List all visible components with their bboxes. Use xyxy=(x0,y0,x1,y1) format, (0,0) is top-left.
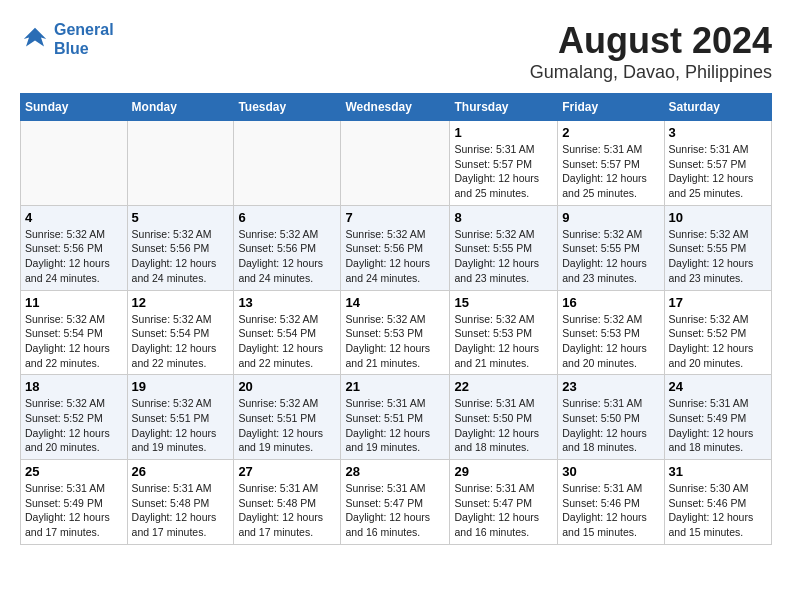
day-number: 15 xyxy=(454,295,553,310)
calendar-cell: 11Sunrise: 5:32 AM Sunset: 5:54 PM Dayli… xyxy=(21,290,128,375)
day-number: 13 xyxy=(238,295,336,310)
day-info: Sunrise: 5:32 AM Sunset: 5:51 PM Dayligh… xyxy=(132,396,230,455)
calendar-cell: 17Sunrise: 5:32 AM Sunset: 5:52 PM Dayli… xyxy=(664,290,771,375)
calendar-cell xyxy=(234,121,341,206)
day-info: Sunrise: 5:31 AM Sunset: 5:47 PM Dayligh… xyxy=(454,481,553,540)
title-area: August 2024 Gumalang, Davao, Philippines xyxy=(530,20,772,83)
calendar-cell: 18Sunrise: 5:32 AM Sunset: 5:52 PM Dayli… xyxy=(21,375,128,460)
page-title: August 2024 xyxy=(530,20,772,62)
svg-marker-0 xyxy=(24,28,47,47)
header-tuesday: Tuesday xyxy=(234,94,341,121)
calendar-cell: 23Sunrise: 5:31 AM Sunset: 5:50 PM Dayli… xyxy=(558,375,664,460)
calendar-cell: 14Sunrise: 5:32 AM Sunset: 5:53 PM Dayli… xyxy=(341,290,450,375)
day-info: Sunrise: 5:31 AM Sunset: 5:48 PM Dayligh… xyxy=(132,481,230,540)
calendar-cell: 16Sunrise: 5:32 AM Sunset: 5:53 PM Dayli… xyxy=(558,290,664,375)
calendar-cell: 25Sunrise: 5:31 AM Sunset: 5:49 PM Dayli… xyxy=(21,460,128,545)
day-info: Sunrise: 5:31 AM Sunset: 5:57 PM Dayligh… xyxy=(669,142,767,201)
calendar-cell xyxy=(341,121,450,206)
header-thursday: Thursday xyxy=(450,94,558,121)
calendar-cell: 24Sunrise: 5:31 AM Sunset: 5:49 PM Dayli… xyxy=(664,375,771,460)
header-wednesday: Wednesday xyxy=(341,94,450,121)
day-info: Sunrise: 5:32 AM Sunset: 5:53 PM Dayligh… xyxy=(454,312,553,371)
header-monday: Monday xyxy=(127,94,234,121)
logo-icon xyxy=(20,24,50,54)
day-info: Sunrise: 5:31 AM Sunset: 5:50 PM Dayligh… xyxy=(454,396,553,455)
day-info: Sunrise: 5:32 AM Sunset: 5:53 PM Dayligh… xyxy=(345,312,445,371)
calendar-cell: 9Sunrise: 5:32 AM Sunset: 5:55 PM Daylig… xyxy=(558,205,664,290)
day-number: 24 xyxy=(669,379,767,394)
calendar-cell: 12Sunrise: 5:32 AM Sunset: 5:54 PM Dayli… xyxy=(127,290,234,375)
calendar-cell: 3Sunrise: 5:31 AM Sunset: 5:57 PM Daylig… xyxy=(664,121,771,206)
day-number: 6 xyxy=(238,210,336,225)
day-info: Sunrise: 5:31 AM Sunset: 5:49 PM Dayligh… xyxy=(669,396,767,455)
day-number: 29 xyxy=(454,464,553,479)
calendar-cell: 5Sunrise: 5:32 AM Sunset: 5:56 PM Daylig… xyxy=(127,205,234,290)
calendar-table: SundayMondayTuesdayWednesdayThursdayFrid… xyxy=(20,93,772,545)
day-info: Sunrise: 5:31 AM Sunset: 5:51 PM Dayligh… xyxy=(345,396,445,455)
day-number: 31 xyxy=(669,464,767,479)
day-number: 5 xyxy=(132,210,230,225)
day-number: 22 xyxy=(454,379,553,394)
calendar-cell: 2Sunrise: 5:31 AM Sunset: 5:57 PM Daylig… xyxy=(558,121,664,206)
day-number: 26 xyxy=(132,464,230,479)
day-number: 18 xyxy=(25,379,123,394)
day-info: Sunrise: 5:32 AM Sunset: 5:56 PM Dayligh… xyxy=(132,227,230,286)
calendar-cell: 8Sunrise: 5:32 AM Sunset: 5:55 PM Daylig… xyxy=(450,205,558,290)
day-number: 23 xyxy=(562,379,659,394)
day-number: 14 xyxy=(345,295,445,310)
day-info: Sunrise: 5:31 AM Sunset: 5:57 PM Dayligh… xyxy=(562,142,659,201)
calendar-cell: 28Sunrise: 5:31 AM Sunset: 5:47 PM Dayli… xyxy=(341,460,450,545)
day-info: Sunrise: 5:32 AM Sunset: 5:55 PM Dayligh… xyxy=(669,227,767,286)
calendar-cell: 22Sunrise: 5:31 AM Sunset: 5:50 PM Dayli… xyxy=(450,375,558,460)
day-info: Sunrise: 5:31 AM Sunset: 5:50 PM Dayligh… xyxy=(562,396,659,455)
week-row-1: 4Sunrise: 5:32 AM Sunset: 5:56 PM Daylig… xyxy=(21,205,772,290)
day-info: Sunrise: 5:30 AM Sunset: 5:46 PM Dayligh… xyxy=(669,481,767,540)
day-info: Sunrise: 5:31 AM Sunset: 5:47 PM Dayligh… xyxy=(345,481,445,540)
calendar-header-row: SundayMondayTuesdayWednesdayThursdayFrid… xyxy=(21,94,772,121)
day-number: 28 xyxy=(345,464,445,479)
day-number: 2 xyxy=(562,125,659,140)
day-info: Sunrise: 5:32 AM Sunset: 5:55 PM Dayligh… xyxy=(562,227,659,286)
day-info: Sunrise: 5:32 AM Sunset: 5:52 PM Dayligh… xyxy=(25,396,123,455)
day-number: 19 xyxy=(132,379,230,394)
day-number: 1 xyxy=(454,125,553,140)
logo-line2: Blue xyxy=(54,40,89,57)
day-info: Sunrise: 5:32 AM Sunset: 5:54 PM Dayligh… xyxy=(25,312,123,371)
day-info: Sunrise: 5:32 AM Sunset: 5:54 PM Dayligh… xyxy=(132,312,230,371)
day-number: 10 xyxy=(669,210,767,225)
day-info: Sunrise: 5:32 AM Sunset: 5:51 PM Dayligh… xyxy=(238,396,336,455)
calendar-cell: 27Sunrise: 5:31 AM Sunset: 5:48 PM Dayli… xyxy=(234,460,341,545)
week-row-0: 1Sunrise: 5:31 AM Sunset: 5:57 PM Daylig… xyxy=(21,121,772,206)
header-friday: Friday xyxy=(558,94,664,121)
day-info: Sunrise: 5:32 AM Sunset: 5:53 PM Dayligh… xyxy=(562,312,659,371)
day-number: 11 xyxy=(25,295,123,310)
calendar-cell xyxy=(127,121,234,206)
day-number: 21 xyxy=(345,379,445,394)
calendar-cell: 15Sunrise: 5:32 AM Sunset: 5:53 PM Dayli… xyxy=(450,290,558,375)
day-info: Sunrise: 5:31 AM Sunset: 5:57 PM Dayligh… xyxy=(454,142,553,201)
day-info: Sunrise: 5:32 AM Sunset: 5:52 PM Dayligh… xyxy=(669,312,767,371)
logo-line1: General xyxy=(54,21,114,38)
day-number: 16 xyxy=(562,295,659,310)
calendar-cell: 13Sunrise: 5:32 AM Sunset: 5:54 PM Dayli… xyxy=(234,290,341,375)
calendar-cell: 19Sunrise: 5:32 AM Sunset: 5:51 PM Dayli… xyxy=(127,375,234,460)
day-number: 25 xyxy=(25,464,123,479)
day-number: 8 xyxy=(454,210,553,225)
calendar-cell: 1Sunrise: 5:31 AM Sunset: 5:57 PM Daylig… xyxy=(450,121,558,206)
calendar-cell: 26Sunrise: 5:31 AM Sunset: 5:48 PM Dayli… xyxy=(127,460,234,545)
logo-text: General Blue xyxy=(54,20,114,58)
day-number: 27 xyxy=(238,464,336,479)
day-info: Sunrise: 5:32 AM Sunset: 5:55 PM Dayligh… xyxy=(454,227,553,286)
week-row-2: 11Sunrise: 5:32 AM Sunset: 5:54 PM Dayli… xyxy=(21,290,772,375)
header-saturday: Saturday xyxy=(664,94,771,121)
day-number: 20 xyxy=(238,379,336,394)
day-info: Sunrise: 5:31 AM Sunset: 5:46 PM Dayligh… xyxy=(562,481,659,540)
calendar-cell: 20Sunrise: 5:32 AM Sunset: 5:51 PM Dayli… xyxy=(234,375,341,460)
calendar-cell: 29Sunrise: 5:31 AM Sunset: 5:47 PM Dayli… xyxy=(450,460,558,545)
day-number: 3 xyxy=(669,125,767,140)
calendar-cell xyxy=(21,121,128,206)
day-number: 9 xyxy=(562,210,659,225)
calendar-cell: 30Sunrise: 5:31 AM Sunset: 5:46 PM Dayli… xyxy=(558,460,664,545)
day-info: Sunrise: 5:32 AM Sunset: 5:56 PM Dayligh… xyxy=(345,227,445,286)
calendar-cell: 4Sunrise: 5:32 AM Sunset: 5:56 PM Daylig… xyxy=(21,205,128,290)
